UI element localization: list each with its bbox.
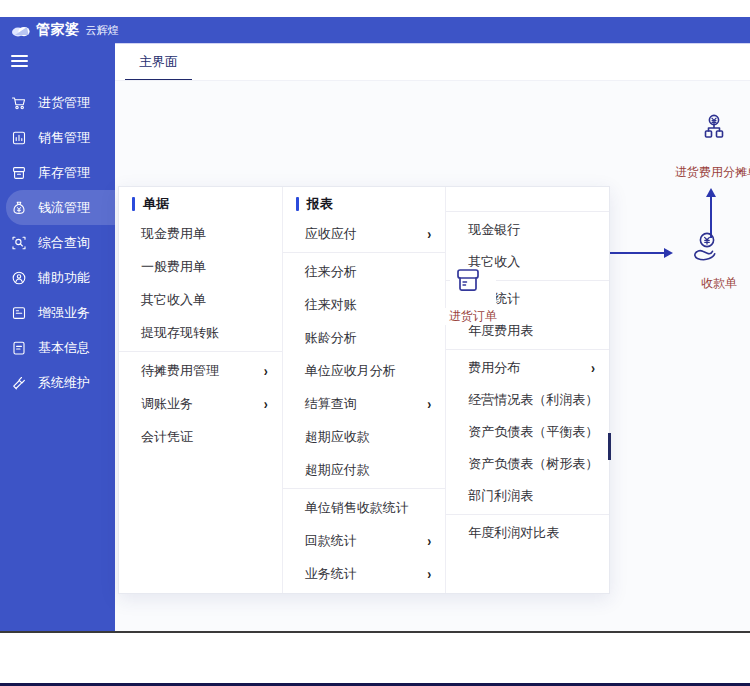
- info-doc-icon: [10, 339, 28, 357]
- menu-item-label: 一般费用单: [141, 258, 206, 276]
- sidebar-item-7[interactable]: 增强业务: [0, 295, 115, 330]
- menu-divider: [119, 351, 282, 352]
- sidebar-item-3[interactable]: 库存管理: [0, 155, 115, 190]
- menu-item-label: 提现存现转账: [141, 324, 219, 342]
- menu-item[interactable]: 超期应收款: [283, 420, 446, 453]
- sidebar-item-1[interactable]: 进货管理: [0, 85, 115, 120]
- brand-name: 管家婆: [36, 21, 80, 39]
- enhanced-card-icon: [10, 304, 28, 322]
- menu-item[interactable]: 一般费用单: [119, 250, 282, 283]
- sidebar-nav: 进货管理销售管理库存管理钱流管理综合查询辅助功能增强业务基本信息系统维护: [0, 85, 115, 400]
- header-accent-bar: [296, 197, 299, 211]
- sidebar-item-label: 综合查询: [38, 234, 90, 252]
- menu-item[interactable]: 往来分析: [283, 255, 446, 288]
- menu-item-label: 资产负债表（树形表）: [468, 455, 598, 473]
- menu-item-label: 部门利润表: [468, 487, 533, 505]
- menu-item[interactable]: 业务统计›: [283, 557, 446, 590]
- menu-item-label: 资产负债表（平衡表）: [468, 423, 598, 441]
- menu-divider: [283, 488, 446, 489]
- menu-item-label: 应收应付: [305, 225, 357, 243]
- menu-item[interactable]: 回款统计›: [283, 524, 446, 557]
- purchase-order-box-icon: [450, 267, 486, 297]
- menu-item[interactable]: 部门利润表: [446, 480, 609, 512]
- sidebar-item-4[interactable]: 钱流管理: [6, 190, 115, 225]
- purchase-order-node[interactable]: 进货订单: [450, 267, 496, 325]
- menu-item[interactable]: 经营情况表（利润表）: [446, 384, 609, 416]
- menu-item-label: 超期应收款: [305, 428, 370, 446]
- menu-item-label: 回款统计: [305, 532, 357, 550]
- menu-column-header: 单据: [119, 191, 282, 217]
- header-accent-bar: [132, 197, 135, 211]
- expense-allocation-icon[interactable]: [699, 113, 729, 147]
- submenu-arrow-icon: ›: [264, 395, 268, 411]
- menu-item-label: 会计凭证: [141, 428, 193, 446]
- flow-node-label[interactable]: 收款单: [701, 275, 737, 292]
- sidebar-item-label: 进货管理: [38, 94, 90, 112]
- sidebar: 进货管理销售管理库存管理钱流管理综合查询辅助功能增强业务基本信息系统维护: [0, 43, 115, 631]
- sidebar-item-label: 系统维护: [38, 374, 90, 392]
- sidebar-item-8[interactable]: 基本信息: [0, 330, 115, 365]
- submenu-arrow-icon: ›: [591, 360, 595, 376]
- menu-divider: [446, 514, 609, 515]
- menu-item[interactable]: 结算查询›: [283, 387, 446, 420]
- menu-item[interactable]: 提现存现转账: [119, 316, 282, 349]
- menu-item-label: 往来对账: [305, 296, 357, 314]
- menu-item[interactable]: 会计凭证: [119, 420, 282, 453]
- menu-item[interactable]: 现金费用单: [119, 217, 282, 250]
- menu-item-label: 业务统计: [305, 565, 357, 583]
- menu-item[interactable]: 调账业务›: [119, 387, 282, 420]
- sidebar-item-label: 销售管理: [38, 129, 90, 147]
- menu-item[interactable]: 其它收入单: [119, 283, 282, 316]
- submenu-arrow-icon: ›: [427, 565, 431, 581]
- menu-item[interactable]: 现金银行: [446, 214, 609, 246]
- menu-item-label: 调账业务: [141, 395, 193, 413]
- menu-item[interactable]: 单位应收月分析: [283, 354, 446, 387]
- menu-column-title: 单据: [143, 195, 169, 213]
- flow-node-fragment: [608, 433, 611, 460]
- menu-item[interactable]: 单位销售收款统计: [283, 491, 446, 524]
- menu-item-label: 现金费用单: [141, 225, 206, 243]
- menu-item-label: 单位销售收款统计: [305, 499, 409, 517]
- menu-column-title: 报表: [307, 195, 333, 213]
- menu-divider: [446, 349, 609, 350]
- menu-item-label: 现金银行: [468, 221, 520, 239]
- menu-item[interactable]: 年度利润对比表: [446, 517, 609, 549]
- brand-suffix: 云辉煌: [86, 23, 119, 38]
- sidebar-item-label: 钱流管理: [38, 199, 90, 217]
- menu-item-label: 账龄分析: [305, 329, 357, 347]
- menu-item-label: 费用分布: [468, 359, 520, 377]
- menu-item-label: 往来分析: [305, 263, 357, 281]
- menu-item[interactable]: 待摊费用管理›: [119, 354, 282, 387]
- flow-node-label[interactable]: 进货费用分摊单: [675, 164, 750, 181]
- menu-item[interactable]: 费用分布›: [446, 352, 609, 384]
- desktop-gap: [0, 0, 750, 17]
- sidebar-item-9[interactable]: 系统维护: [0, 365, 115, 400]
- menu-collapse-icon[interactable]: [11, 55, 28, 67]
- sidebar-item-2[interactable]: 销售管理: [0, 120, 115, 155]
- menu-item-label: 其它收入单: [141, 291, 206, 309]
- money-flow-mega-menu: 单据现金费用单一般费用单其它收入单提现存现转账待摊费用管理›调账业务›会计凭证报…: [118, 186, 610, 594]
- app-header-bar: 管家婆 云辉煌: [0, 17, 750, 43]
- sidebar-item-label: 库存管理: [38, 164, 90, 182]
- sales-report-icon: [10, 129, 28, 147]
- receipt-hand-icon[interactable]: [689, 231, 723, 271]
- submenu-arrow-icon: ›: [427, 395, 431, 411]
- menu-column-3: 现金银行其它收入费用统计年度费用表费用分布›经营情况表（利润表）资产负债表（平衡…: [446, 187, 609, 593]
- menu-item[interactable]: 应收应付›: [283, 217, 446, 250]
- tab-main-interface[interactable]: 主界面: [125, 49, 192, 81]
- menu-item[interactable]: 超期应付款: [283, 453, 446, 486]
- sidebar-item-5[interactable]: 综合查询: [0, 225, 115, 260]
- money-bag-icon: [10, 199, 28, 217]
- app-logo: 管家婆 云辉煌: [11, 21, 119, 39]
- menu-item[interactable]: 资产负债表（树形表）: [446, 448, 609, 480]
- sidebar-item-6[interactable]: 辅助功能: [0, 260, 115, 295]
- menu-item[interactable]: 资产负债表（平衡表）: [446, 416, 609, 448]
- sidebar-item-label: 增强业务: [38, 304, 90, 322]
- search-scan-icon: [10, 234, 28, 252]
- desktop-gap: [0, 633, 750, 683]
- menu-item-label: 年度利润对比表: [468, 524, 559, 542]
- menu-divider: [446, 211, 609, 212]
- menu-item[interactable]: 账龄分析: [283, 321, 446, 354]
- menu-item[interactable]: 往来对账: [283, 288, 446, 321]
- flow-node-label: 进货订单: [444, 308, 502, 325]
